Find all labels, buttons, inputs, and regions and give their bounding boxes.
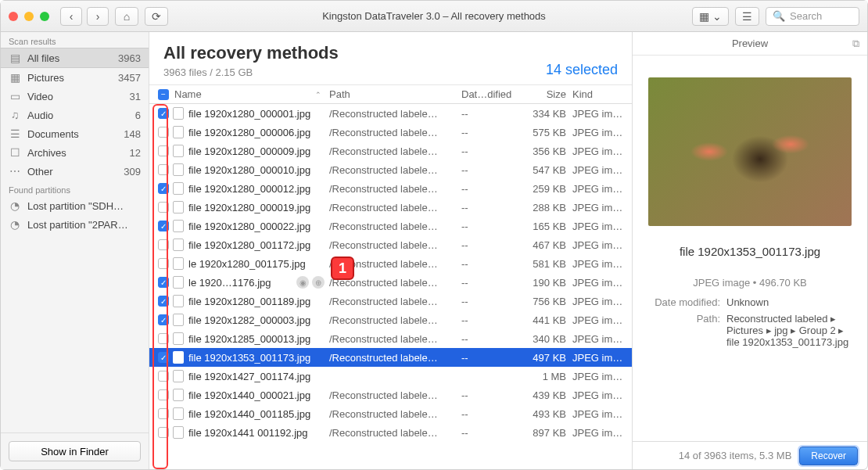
sidebar-item-other[interactable]: ⋯Other309: [1, 162, 149, 181]
file-size: 334 KB: [518, 108, 572, 120]
sidebar-item-pictures[interactable]: ▦Pictures3457: [1, 68, 149, 87]
file-name: file 1920x1441 001192.jpg: [188, 427, 308, 439]
table-row[interactable]: file 1920x1427_001174.jpg1 MBJPEG im…: [149, 367, 632, 386]
table-row[interactable]: file 1920x1285_000013.jpg/Reconstructed …: [149, 329, 632, 348]
sidebar-item-documents[interactable]: ☰Documents148: [1, 124, 149, 143]
row-checkbox[interactable]: ✓: [158, 183, 169, 194]
row-checkbox[interactable]: ✓: [158, 314, 169, 325]
preview-icon[interactable]: ◉: [296, 276, 309, 289]
file-size: 756 KB: [518, 296, 572, 307]
category-icon: ▤: [9, 52, 21, 64]
sidebar-item-label: Audio: [27, 109, 53, 121]
table-row[interactable]: file 1920x1440_001185.jpg/Reconstructed …: [149, 404, 632, 423]
show-in-finder-button[interactable]: Show in Finder: [9, 441, 141, 461]
sidebar-item-count: 6: [135, 109, 141, 121]
table-row[interactable]: file 1920x1441 001192.jpg/Reconstructed …: [149, 423, 632, 442]
header-checkbox[interactable]: −: [158, 89, 169, 100]
row-checkbox[interactable]: [158, 408, 169, 419]
table-row[interactable]: ✓file 1920x1353_001173.jpg/Reconstructed…: [149, 348, 632, 367]
col-kind[interactable]: Kind: [572, 88, 632, 100]
expand-icon[interactable]: ⧉: [852, 38, 859, 50]
category-icon: ♫: [9, 109, 21, 121]
close-button[interactable]: [9, 12, 18, 21]
file-size: 575 KB: [518, 127, 572, 138]
row-checkbox[interactable]: [158, 427, 169, 438]
file-icon: [173, 332, 184, 345]
row-checkbox[interactable]: [158, 127, 169, 138]
file-path: /Reconstructed labele…: [329, 108, 461, 120]
maximize-button[interactable]: [40, 12, 49, 21]
row-checkbox[interactable]: ✓: [158, 108, 169, 119]
footer-status: 14 of 3963 items, 5.3 MB: [679, 450, 792, 461]
recover-button[interactable]: Recover: [799, 447, 858, 465]
file-date: --: [461, 127, 518, 138]
file-icon: [173, 126, 184, 138]
file-date: --: [461, 202, 518, 213]
file-name: file 1920x1282_000003.jpg: [188, 314, 310, 326]
locate-icon[interactable]: ⊕: [312, 276, 325, 289]
home-button[interactable]: ⌂: [115, 7, 138, 26]
col-name[interactable]: Name: [174, 88, 202, 100]
refresh-button[interactable]: ⟳: [145, 7, 168, 26]
row-checkbox[interactable]: ✓: [158, 277, 169, 288]
col-path[interactable]: Path: [329, 88, 461, 100]
view-toggle-button[interactable]: ▦ ⌄: [692, 7, 729, 26]
file-kind: JPEG im…: [572, 296, 632, 307]
row-checkbox[interactable]: ✓: [158, 296, 169, 307]
sidebar-partition[interactable]: ◔Lost partition "SDH…: [1, 196, 149, 215]
file-icon: [173, 295, 184, 307]
file-kind: JPEG im…: [572, 389, 632, 401]
file-path: /Reconstructed labele…: [329, 164, 461, 176]
search-placeholder: Search: [790, 10, 822, 22]
table-row[interactable]: file 1920x1280_000019.jpg/Reconstructed …: [149, 198, 632, 217]
row-checkbox[interactable]: [158, 258, 169, 269]
table-row[interactable]: ✓file 1920x1280_000012.jpg/Reconstructed…: [149, 179, 632, 198]
settings-button[interactable]: ☰: [735, 7, 759, 26]
table-row[interactable]: file 1920x1440_000021.jpg/Reconstructed …: [149, 386, 632, 404]
file-date: --: [461, 408, 518, 420]
table-row[interactable]: le 1920x1280_001175.jpg/Reconstructed la…: [149, 254, 632, 273]
file-name: file 1920x1427_001174.jpg: [188, 371, 310, 382]
search-input[interactable]: 🔍 Search: [766, 7, 859, 26]
table-row[interactable]: file 1920x1280_000006.jpg/Reconstructed …: [149, 123, 632, 142]
table-row[interactable]: ✓file 1920x1280_001189.jpg/Reconstructed…: [149, 292, 632, 310]
row-checkbox[interactable]: ✓: [158, 221, 169, 231]
sidebar-item-video[interactable]: ▭Video31: [1, 87, 149, 106]
row-checkbox[interactable]: ✓: [158, 352, 169, 363]
preview-filename: file 1920x1353_001173.jpg: [648, 245, 852, 258]
table-row[interactable]: ✓file 1920x1280_000001.jpg/Reconstructed…: [149, 104, 632, 123]
table-row[interactable]: ✓file 1920x1282_000003.jpg/Reconstructed…: [149, 310, 632, 329]
file-icon: [173, 276, 184, 289]
table-row[interactable]: file 1920x1280_000010.jpg/Reconstructed …: [149, 160, 632, 179]
forward-button[interactable]: ›: [87, 7, 109, 26]
table-row[interactable]: file 1920x1280_001172.jpg/Reconstructed …: [149, 235, 632, 254]
sidebar-item-audio[interactable]: ♫Audio6: [1, 106, 149, 124]
col-date[interactable]: Dat…dified: [461, 88, 518, 100]
preview-pane: Preview ⧉ file 1920x1353_001173.jpg JPEG…: [633, 32, 867, 469]
sidebar-item-all-files[interactable]: ▤All files3963: [1, 48, 149, 68]
file-size: 165 KB: [518, 221, 572, 232]
sidebar-partition[interactable]: ◔Lost partition "2PAR…: [1, 215, 149, 234]
row-checkbox[interactable]: [158, 164, 169, 175]
table-row[interactable]: file 1920x1280_000009.jpg/Reconstructed …: [149, 142, 632, 160]
file-date: --: [461, 333, 518, 345]
row-checkbox[interactable]: [158, 389, 169, 400]
row-checkbox[interactable]: [158, 371, 169, 382]
sidebar-item-archives[interactable]: ☐Archives12: [1, 143, 149, 162]
table-row[interactable]: ✓le 1920…1176.jpg◉⊕/Reconstructed labele…: [149, 273, 632, 292]
row-checkbox[interactable]: [158, 202, 169, 213]
file-name: file 1920x1280_000001.jpg: [188, 108, 310, 120]
table-row[interactable]: ✓file 1920x1280_000022.jpg/Reconstructed…: [149, 217, 632, 235]
preview-title: Preview: [732, 38, 768, 49]
file-date: --: [461, 239, 518, 251]
row-checkbox[interactable]: [158, 239, 169, 250]
file-size: 1 MB: [518, 371, 572, 382]
column-headers[interactable]: − Name⌃ Path Dat…dified Size Kind: [149, 85, 632, 104]
minimize-button[interactable]: [24, 12, 34, 21]
file-size: 356 KB: [518, 145, 572, 157]
col-size[interactable]: Size: [518, 88, 572, 100]
back-button[interactable]: ‹: [60, 7, 82, 26]
row-checkbox[interactable]: [158, 333, 169, 344]
sidebar-item-count: 3963: [118, 52, 141, 64]
row-checkbox[interactable]: [158, 145, 169, 156]
